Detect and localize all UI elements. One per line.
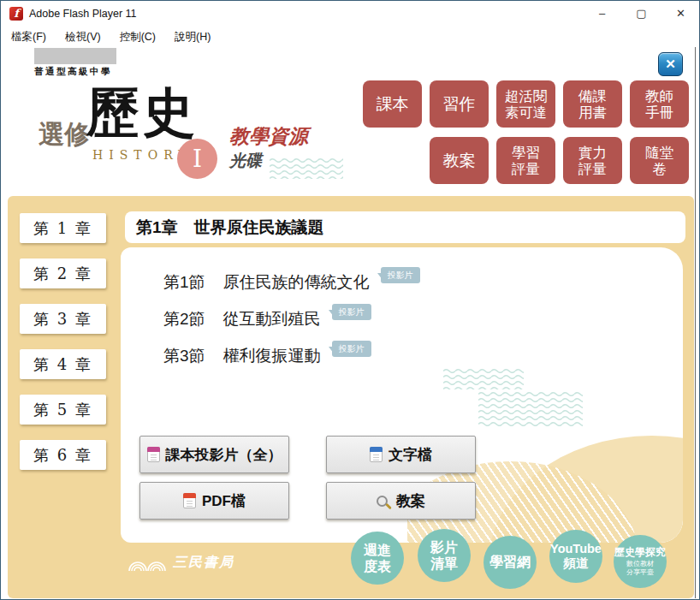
video-list-circle[interactable]: 影片 清單 [418, 529, 471, 582]
workbook-button[interactable]: 習作 [430, 80, 489, 128]
volume-badge: I [177, 139, 217, 179]
wave-decoration [478, 390, 583, 428]
chapter-content-panel: 第1節 原住民族的傳統文化 投影片 第2節 從互動到殖民 投影片 第3節 權利復… [121, 247, 683, 543]
lesson-plan-search-button[interactable]: 教案 [326, 482, 476, 520]
publisher-logo-placeholder [34, 48, 116, 64]
learning-site-circle[interactable]: 學習網 [483, 536, 537, 589]
close-window-button[interactable]: ✕ [661, 1, 700, 27]
circle-label: 學習網 [489, 554, 531, 570]
circle-sublabel: 數位教材 分享平臺 [626, 560, 654, 577]
section-title: 原住民族的傳統文化 [223, 271, 370, 294]
school-type-label: 普通型高級中學 [34, 66, 112, 78]
section-3-link[interactable]: 第3節 權利復振運動 投影片 [163, 345, 371, 367]
circle-label: 影片 清單 [430, 539, 458, 572]
title-prefix: 選修 [39, 117, 90, 152]
menu-help[interactable]: 說明(H) [171, 28, 214, 46]
lesson-plan-button[interactable]: 教案 [430, 137, 489, 184]
textbook-button[interactable]: 課本 [363, 80, 422, 128]
learning-assessment-button[interactable]: 學習 評量 [496, 137, 555, 184]
section-number: 第1節 [163, 271, 205, 294]
teacher-manual-button[interactable]: 教師 手冊 [630, 80, 689, 128]
menu-file[interactable]: 檔案(F) [8, 28, 50, 46]
sidebar-chapter-2[interactable]: 第 2 章 [20, 258, 106, 288]
disc-label: 光碟 [229, 150, 262, 172]
resource-buttons-row1: 課本 習作 超活閱 素可達 備課 用書 教師 手冊 [363, 80, 689, 128]
flash-player-icon: f [9, 7, 23, 21]
resource-buttons-row2: 教案 學習 評量 實力 評量 隨堂 卷 [430, 137, 689, 184]
chapter-heading: 第1章 世界原住民族議題 [125, 211, 685, 243]
menubar: 檔案(F) 檢視(V) 控制(C) 說明(H) [1, 27, 700, 47]
file-button-label: PDF檔 [202, 491, 246, 511]
sidebar-chapter-4[interactable]: 第 4 章 [20, 349, 106, 379]
titlebar: f Adobe Flash Player 11 – ▢ ✕ [1, 1, 700, 27]
section-number: 第2節 [163, 308, 205, 330]
minimize-button[interactable]: – [583, 1, 621, 27]
publisher-arcs-icon [128, 555, 167, 571]
sidebar-chapter-3[interactable]: 第 3 章 [20, 304, 106, 334]
weekly-schedule-circle[interactable]: 週進 度表 [351, 532, 404, 585]
section-number: 第3節 [163, 345, 205, 367]
publisher-logo: 三民書局 [128, 554, 234, 572]
file-button-label: 文字檔 [389, 445, 432, 465]
menu-control[interactable]: 控制(C) [116, 28, 159, 46]
file-button-label: 教案 [396, 491, 425, 511]
section-title: 從互動到殖民 [223, 308, 321, 330]
file-buttons-grid: 課本投影片（全） 文字檔 PDF檔 教案 [139, 436, 476, 520]
lesson-prep-book-button[interactable]: 備課 用書 [563, 80, 622, 128]
circle-label: YouTube 頻道 [550, 542, 602, 572]
pdf-file-button[interactable]: PDF檔 [139, 482, 289, 520]
wave-decoration [443, 367, 524, 389]
magnifier-icon [377, 496, 388, 507]
slides-badge[interactable]: 投影片 [381, 267, 420, 283]
publisher-name: 三民書局 [173, 554, 234, 572]
text-file-button[interactable]: 文字檔 [326, 436, 476, 473]
section-title: 權利復振運動 [223, 345, 321, 367]
wave-decoration [270, 157, 343, 179]
slides-badge[interactable]: 投影片 [332, 341, 371, 357]
textbook-slides-all-button[interactable]: 課本投影片（全） [139, 436, 289, 473]
flash-player-window: f Adobe Flash Player 11 – ▢ ✕ 檔案(F) 檢視(V… [0, 0, 700, 600]
ppt-file-icon [147, 447, 160, 462]
section-1-link[interactable]: 第1節 原住民族的傳統文化 投影片 [163, 271, 420, 294]
circle-label: 歷史學探究 [614, 546, 666, 558]
menu-view[interactable]: 檢視(V) [62, 28, 104, 46]
doc-file-icon [370, 447, 383, 462]
quiz-sheet-button[interactable]: 隨堂 卷 [630, 137, 689, 184]
close-panel-button[interactable]: ✕ [658, 52, 683, 76]
file-button-label: 課本投影片（全） [166, 445, 282, 465]
circle-label: 週進 度表 [364, 542, 391, 574]
pdf-file-icon [183, 493, 196, 508]
maximize-button[interactable]: ▢ [622, 1, 661, 27]
section-2-link[interactable]: 第2節 從互動到殖民 投影片 [163, 308, 371, 330]
teaching-resource-label: 教學資源 [229, 123, 308, 150]
window-title: Adobe Flash Player 11 [29, 8, 137, 20]
history-explore-circle[interactable]: 歷史學探究 數位教材 分享平臺 [614, 535, 667, 588]
slides-badge[interactable]: 投影片 [332, 304, 371, 320]
ability-assessment-button[interactable]: 實力 評量 [563, 137, 622, 184]
subject-title: 歷史 [86, 85, 198, 140]
sidebar-chapter-6[interactable]: 第 6 章 [20, 440, 106, 470]
flash-stage: 普通型高級中學 選修 歷史 HISTORY I 教學資源 光碟 課本 習作 超活… [1, 47, 696, 598]
youtube-channel-circle[interactable]: YouTube 頻道 [549, 530, 602, 583]
sidebar-chapter-5[interactable]: 第 5 章 [20, 395, 106, 425]
reading-literacy-button[interactable]: 超活閱 素可達 [496, 80, 555, 128]
sidebar-chapter-1[interactable]: 第 1 章 [20, 213, 106, 243]
